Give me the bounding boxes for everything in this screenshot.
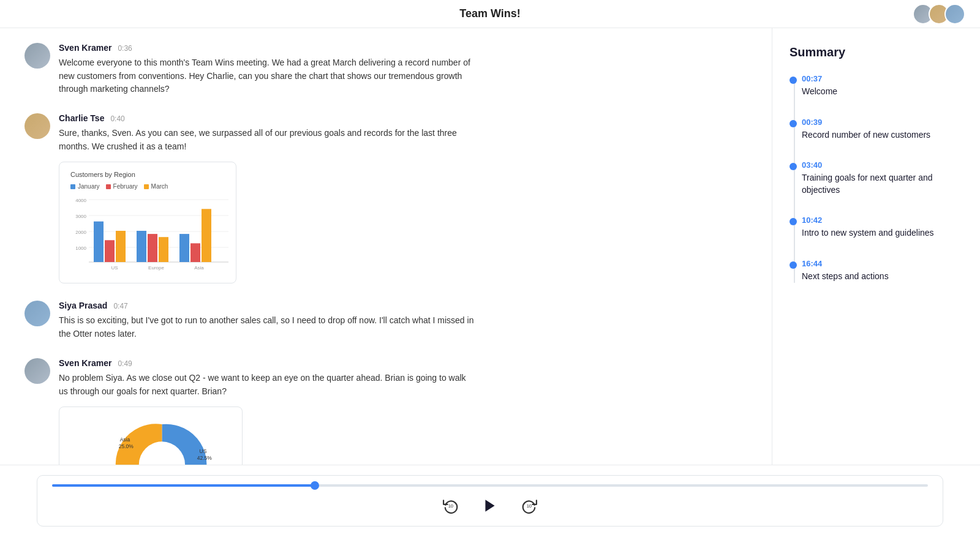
svg-text:10: 10: [448, 503, 453, 509]
svg-marker-29: [485, 500, 494, 512]
summary-title: Summary: [790, 45, 963, 59]
timeline-time: 00:39: [802, 118, 963, 127]
sender-name: Sven Kramer: [59, 358, 111, 368]
svg-text:2000: 2000: [75, 230, 86, 235]
avatar: [944, 4, 965, 24]
legend-label: February: [113, 183, 138, 190]
message-row: Charlie Tse 0:40 Sure, thanks, Sven. As …: [24, 113, 747, 283]
message-row: Sven Kramer 0:49 No problem Siya. As we …: [24, 358, 747, 465]
svg-rect-17: [202, 209, 211, 263]
legend-color: [106, 184, 111, 189]
forward-button[interactable]: 10: [519, 495, 540, 516]
timeline-label: Intro to new system and guidelines: [802, 227, 963, 239]
timeline-time: 00:37: [802, 74, 963, 83]
message-body: Sven Kramer 0:49 No problem Siya. As we …: [59, 358, 747, 465]
timeline-item: 00:39 Record number of new customers: [802, 118, 963, 141]
message-text: Sure, thanks, Sven. As you can see, we s…: [59, 127, 475, 153]
legend-item-jan: January: [70, 183, 100, 190]
svg-text:25.0%: 25.0%: [119, 443, 134, 449]
message-text: No problem Siya. As we close out Q2 - we…: [59, 372, 475, 398]
message-body: Sven Kramer 0:36 Welcome everyone to thi…: [59, 43, 747, 96]
progress-thumb[interactable]: [311, 481, 319, 490]
header-title: Team Wins!: [459, 7, 521, 20]
bar-chart-card: Customers by Region January February: [59, 162, 236, 283]
message-row: Siya Prasad 0:47 This is so exciting, bu…: [24, 301, 747, 340]
message-header: Sven Kramer 0:36: [59, 43, 747, 53]
player-bar: 10 10: [37, 475, 943, 527]
legend-color: [144, 184, 149, 189]
timeline-item: 16:44 Next steps and actions: [802, 259, 963, 283]
message-header: Charlie Tse 0:40: [59, 113, 747, 123]
timeline-item: 10:42 Intro to new system and guidelines: [802, 216, 963, 239]
player-controls: 10 10: [52, 495, 928, 516]
timeline: 00:37 Welcome 00:39 Record number of new…: [790, 74, 963, 283]
timeline-dot: [790, 120, 797, 127]
message-text: This is so exciting, but I've got to run…: [59, 314, 475, 340]
timeline-item: 00:37 Welcome: [802, 74, 963, 98]
svg-text:US: US: [200, 448, 207, 454]
main-layout: Sven Kramer 0:36 Welcome everyone to thi…: [0, 28, 980, 465]
message-text: Welcome everyone to this month's Team Wi…: [59, 56, 475, 96]
sender-name: Siya Prasad: [59, 301, 107, 310]
svg-rect-12: [137, 231, 146, 262]
svg-text:42.5%: 42.5%: [197, 455, 212, 461]
legend-label: March: [151, 183, 168, 190]
avatar: [24, 113, 50, 139]
timeline-label: Training goals for next quarter and obje…: [802, 172, 963, 196]
message-timestamp: 0:40: [110, 114, 124, 123]
progress-fill: [52, 484, 315, 487]
svg-text:Asia: Asia: [120, 437, 130, 443]
timeline-item: 03:40 Training goals for next quarter an…: [802, 160, 963, 196]
avatar: [24, 358, 50, 384]
legend-color: [70, 184, 75, 189]
message-body: Siya Prasad 0:47 This is so exciting, bu…: [59, 301, 747, 340]
bar-chart-title: Customers by Region: [70, 171, 225, 178]
svg-text:Asia: Asia: [194, 265, 204, 271]
svg-rect-9: [94, 222, 104, 262]
donut-chart-card: US 42.5% Europe 32.5% Asia 25.0%: [59, 407, 243, 465]
timeline-time: 03:40: [802, 160, 963, 170]
svg-text:1000: 1000: [75, 246, 86, 251]
svg-rect-14: [159, 238, 168, 263]
svg-rect-16: [190, 244, 200, 263]
svg-rect-11: [116, 231, 126, 262]
donut-chart: US 42.5% Europe 32.5% Asia 25.0%: [70, 416, 242, 465]
svg-rect-15: [179, 234, 189, 263]
timeline-time: 10:42: [802, 216, 963, 225]
message-timestamp: 0:36: [118, 44, 132, 53]
header: Team Wins!: [0, 0, 980, 28]
svg-rect-13: [148, 234, 157, 263]
timeline-label: Next steps and actions: [802, 271, 963, 283]
timeline-label: Welcome: [802, 86, 963, 98]
svg-text:Europe: Europe: [148, 265, 164, 271]
sender-name: Sven Kramer: [59, 43, 111, 53]
svg-text:3000: 3000: [75, 214, 86, 219]
play-button[interactable]: [480, 495, 500, 516]
timeline-dot: [790, 77, 797, 84]
message-timestamp: 0:49: [118, 359, 132, 368]
timeline-dot: [790, 218, 797, 225]
chart-legend: January February March: [70, 183, 225, 190]
timeline-label: Record number of new customers: [802, 129, 963, 141]
timeline-dot: [790, 261, 797, 269]
rewind-button[interactable]: 10: [440, 495, 461, 516]
chat-panel: Sven Kramer 0:36 Welcome everyone to thi…: [0, 28, 772, 465]
timeline-time: 16:44: [802, 259, 963, 268]
message-header: Siya Prasad 0:47: [59, 301, 747, 310]
svg-text:4000: 4000: [75, 198, 86, 203]
legend-item-feb: February: [106, 183, 138, 190]
message-timestamp: 0:47: [113, 302, 127, 310]
summary-panel: Summary 00:37 Welcome 00:39 Record numbe…: [772, 28, 980, 465]
timeline-dot: [790, 163, 797, 170]
sender-name: Charlie Tse: [59, 113, 104, 123]
progress-track[interactable]: [52, 484, 928, 487]
message-body: Charlie Tse 0:40 Sure, thanks, Sven. As …: [59, 113, 747, 283]
legend-item-mar: March: [144, 183, 168, 190]
participant-avatars: [913, 4, 965, 24]
svg-text:US: US: [111, 265, 118, 271]
svg-text:10: 10: [527, 503, 532, 509]
svg-rect-10: [105, 241, 115, 263]
bar-chart: 4000 3000 2000 1000: [70, 195, 230, 274]
message-row: Sven Kramer 0:36 Welcome everyone to thi…: [24, 43, 747, 96]
legend-label: January: [78, 183, 100, 190]
